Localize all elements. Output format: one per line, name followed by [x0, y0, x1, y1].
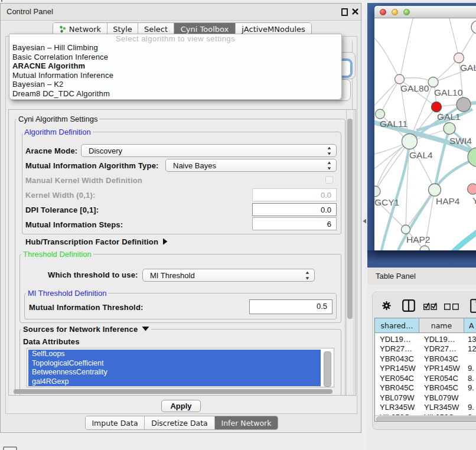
algorithm-definition-title: Algorithm Definition [22, 128, 93, 136]
network-node-gal80[interactable] [395, 74, 405, 84]
document-icon[interactable] [470, 299, 476, 313]
tab-impute-data[interactable]: Impute Data [86, 416, 145, 429]
network-node-hap4[interactable] [429, 184, 441, 196]
which-threshold-label: Which threshold to use: [48, 270, 138, 279]
network-node[interactable] [471, 21, 476, 34]
expand-arrow-icon[interactable] [162, 238, 168, 245]
network-edge [380, 79, 400, 114]
bottom-tabbar: Impute DataDiscretize DataInfer Network [85, 416, 278, 430]
splitter-collapse-icon[interactable] [363, 219, 367, 224]
network-node[interactable] [457, 97, 471, 112]
tab-infer-network[interactable]: Infer Network [215, 416, 278, 429]
table-cell: YER054C [380, 374, 414, 383]
network-node-label: Y [472, 195, 476, 206]
table-row[interactable]: YLR345WYLR345W9. [375, 402, 476, 412]
manual-kernel-checkbox[interactable] [325, 176, 333, 184]
table-row[interactable]: YBL079WYBL079W [375, 392, 476, 402]
minimize-traffic-light-icon[interactable] [392, 9, 398, 15]
unchecked-pair-icon[interactable] [444, 304, 459, 310]
network-node-gal4[interactable] [402, 134, 418, 149]
checked-pair-icon[interactable] [423, 302, 437, 310]
attribute-item[interactable]: gal4RGexp [28, 377, 321, 387]
tab-label: Select [144, 25, 168, 34]
table-cell: 12 [468, 344, 476, 353]
table-row[interactable]: YDL19…YDL19…13 [375, 334, 476, 344]
table-cell: YDR27… [380, 344, 412, 353]
close-panel-icon[interactable] [351, 8, 360, 16]
mi-threshold-field[interactable]: 0.5 [249, 299, 332, 314]
network-node-hap2[interactable] [402, 225, 410, 234]
column-header-A[interactable]: A [464, 318, 476, 333]
attribute-item[interactable]: SelfLoops [28, 350, 321, 359]
table-cell: YDL19… [380, 335, 411, 344]
column-header-name[interactable]: name [419, 318, 464, 333]
network-node-label: GAL1 [437, 112, 461, 122]
network-window-titlebar[interactable] [374, 6, 476, 18]
network-node-gal11[interactable] [376, 109, 385, 119]
algorithm-option[interactable]: Bayesian – Hill Climbing [9, 43, 341, 53]
network-node-label: GAL10 [434, 87, 463, 97]
gear-icon[interactable] [382, 301, 391, 310]
table-cell: YBR045C [380, 383, 414, 392]
zoom-traffic-light-icon[interactable] [403, 9, 410, 15]
network-node-gal10[interactable] [428, 77, 438, 87]
attribute-item[interactable]: TopologicalCoefficient [28, 359, 321, 369]
mi-type-label: Mutual Information Algorithm Type: [25, 161, 159, 170]
kernel-width-field[interactable]: 0.0 [252, 188, 337, 201]
table-hscrollbar-track[interactable] [375, 415, 476, 422]
network-node-label: SWI4 [449, 136, 472, 146]
mi-type-value: Naive Bayes [173, 161, 216, 170]
close-traffic-light-icon[interactable] [380, 9, 386, 15]
split-view-icon[interactable] [402, 299, 415, 312]
network-node-gal[interactable] [454, 53, 464, 63]
network-canvas[interactable]: GALGAL80GAL10GAL1GAL11SWI4GAL4GCY1HAP4YH… [374, 18, 476, 250]
window-edge-artifact [1, 0, 2, 2]
algorithm-option[interactable]: Basic Correlation Inference [9, 53, 341, 62]
mi-threshold-label: Mutual Information Threshold: [29, 303, 144, 312]
table-row[interactable]: YDR27…YDR27…12 [375, 344, 476, 354]
network-node-label: HAP4 [436, 196, 460, 206]
apply-button[interactable]: Apply [161, 400, 201, 412]
panel-corner-button[interactable] [3, 446, 17, 450]
table-cell: YBL079W [380, 393, 415, 402]
algorithm-dropdown-popup: Select algorithm to view settingsBayesia… [9, 34, 342, 100]
float-window-icon[interactable] [340, 8, 348, 16]
table-cell: YBR045C [424, 383, 458, 392]
mi-steps-field[interactable]: 6 [252, 217, 337, 230]
sources-title: Sources for Network Inference [23, 325, 138, 334]
settings-hscrollbar-thumb[interactable] [14, 389, 332, 394]
dpi-tolerance-field[interactable]: 0.0 [252, 203, 337, 216]
algorithm-option[interactable]: ARACNE Algorithm [9, 61, 341, 71]
algorithm-option[interactable]: Mutual Information Inference [9, 71, 341, 80]
table-panel-titlebar: Table Panel [367, 268, 476, 285]
table-row[interactable]: YBR045CYBR045C9. [375, 383, 476, 393]
settings-vscrollbar-thumb[interactable] [347, 119, 353, 319]
column-header-shared[interactable]: shared… [375, 318, 419, 333]
table-hscrollbar-thumb[interactable] [376, 416, 476, 422]
attribute-item[interactable]: BetweennessCentrality [28, 368, 321, 377]
collapse-arrow-icon[interactable] [142, 326, 149, 331]
tab-discretize-data[interactable]: Discretize Data [145, 416, 215, 429]
threshold-definition-title: Threshold Definition [21, 250, 93, 259]
list-scrollbar-thumb[interactable] [324, 351, 331, 387]
network-node-swi4[interactable] [444, 123, 455, 135]
network-node-gcy1[interactable] [374, 186, 380, 197]
aracne-mode-label: Aracne Mode: [25, 146, 77, 155]
algorithm-option[interactable]: Bayesian – K2 [9, 80, 341, 89]
algorithm-option[interactable]: Dream8 DC_TDC Algorithm [9, 89, 341, 99]
data-attributes-list[interactable]: SelfLoopsTopologicalCoefficientBetweenne… [27, 348, 334, 387]
control-panel-titlebar: Control Panel [1, 4, 361, 21]
kernel-width-label: Kernel Width (0,1): [25, 191, 96, 200]
control-panel-title: Control Panel [6, 7, 53, 16]
which-threshold-combobox[interactable]: MI Threshold [142, 269, 315, 282]
table-row[interactable]: YBR043CYBR043C [375, 353, 476, 363]
table-row[interactable]: YPR145WYPR145W9. [375, 363, 476, 373]
network-node-gal1[interactable] [432, 102, 442, 112]
table-row[interactable]: YER054CYER054C8. [375, 373, 476, 383]
settings-scroll-viewport: Cyni Algorithm Settings Algorithm Defini… [8, 109, 356, 396]
mi-type-combobox[interactable]: Naive Bayes [165, 159, 337, 172]
aracne-mode-value: Discovery [89, 146, 122, 155]
aracne-mode-combobox[interactable]: Discovery [81, 144, 337, 157]
network-node-label: GAL80 [400, 83, 429, 93]
network-node-y[interactable] [468, 184, 476, 194]
